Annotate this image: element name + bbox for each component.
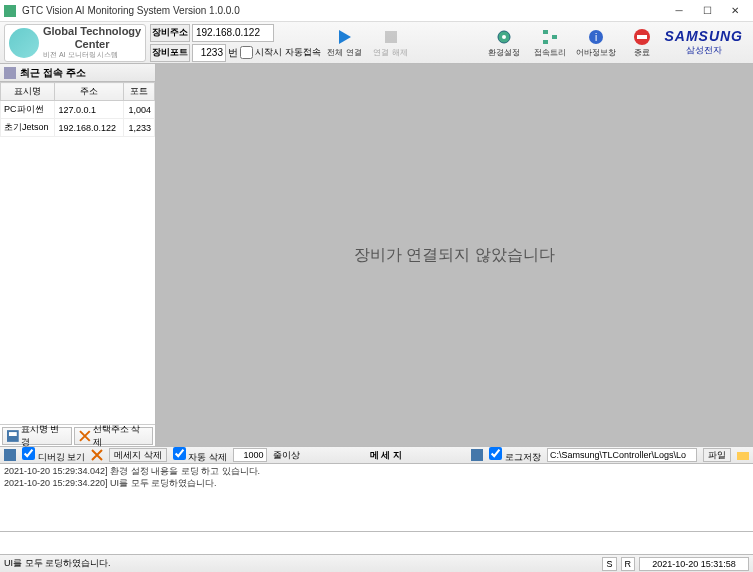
svg-rect-6 bbox=[552, 35, 557, 39]
auto-delete-checkbox[interactable] bbox=[173, 447, 186, 460]
svg-rect-12 bbox=[9, 432, 17, 436]
log-save-checkbox[interactable] bbox=[489, 447, 502, 460]
info-icon: i bbox=[586, 28, 606, 46]
toolbar: Global Technology Center 비전 AI 모니터링 시스템 … bbox=[0, 22, 753, 64]
log-area: 2021-10-20 15:29:34.042] 환경 설정 내용을 로딩 하고… bbox=[0, 464, 753, 532]
log-line: 2021-10-20 15:29:34.042] 환경 설정 내용을 로딩 하고… bbox=[4, 466, 749, 478]
samsung-logo: SAMSUNG 삼성전자 bbox=[664, 28, 743, 57]
debug-view-label[interactable]: 디버깅 보기 bbox=[22, 447, 85, 464]
content-area: 장비가 연결되지 않았습니다 bbox=[156, 64, 753, 446]
recent-table: 표시명 주소 포트 PC파이썬 127.0.0.1 1,004 초기Jetson… bbox=[0, 82, 155, 424]
logo-box: Global Technology Center 비전 AI 모니터링 시스템 bbox=[4, 24, 146, 62]
svg-rect-4 bbox=[543, 30, 548, 34]
svg-rect-13 bbox=[4, 449, 16, 461]
status-datetime: 2021-10-20 15:31:58 bbox=[639, 557, 749, 571]
no-connection-message: 장비가 연결되지 않았습니다 bbox=[354, 245, 555, 266]
auto-connect-label[interactable]: 시작시 자동접속 bbox=[240, 46, 321, 59]
sidebar: 최근 접속 주소 표시명 주소 포트 PC파이썬 127.0.0.1 1,004… bbox=[0, 64, 156, 446]
exit-button[interactable]: 종료 bbox=[620, 24, 664, 62]
delete-addr-button[interactable]: 선택주소 삭제 bbox=[74, 427, 153, 445]
connect-all-button[interactable]: 전체 연결 bbox=[323, 24, 367, 62]
app-icon bbox=[4, 5, 16, 17]
col-name[interactable]: 표시명 bbox=[1, 83, 55, 101]
log-line: 2021-10-20 15:29:34.220] UI를 모두 로딩하였습니다. bbox=[4, 478, 749, 490]
ip-label: 장비주소 bbox=[150, 24, 190, 42]
log-path-input[interactable] bbox=[547, 448, 697, 462]
status-r: R bbox=[621, 557, 636, 571]
log-save-label[interactable]: 로그저장 bbox=[489, 447, 541, 464]
gear-icon bbox=[494, 28, 514, 46]
samsung-kr: 삼성전자 bbox=[664, 44, 743, 57]
folder-icon[interactable] bbox=[737, 449, 749, 461]
settings-button[interactable]: 환경설정 bbox=[482, 24, 526, 62]
ip-input[interactable] bbox=[192, 24, 274, 42]
save-icon bbox=[4, 449, 16, 461]
maximize-button[interactable]: ☐ bbox=[693, 2, 721, 20]
msg-title: 메 세 지 bbox=[306, 449, 466, 462]
tree-icon bbox=[540, 28, 560, 46]
disconnect-button[interactable]: 연결 해제 bbox=[369, 24, 413, 62]
threshold-unit: 줄이상 bbox=[273, 449, 300, 462]
svg-rect-14 bbox=[471, 449, 483, 461]
minimize-button[interactable]: ─ bbox=[665, 2, 693, 20]
list-icon bbox=[4, 67, 16, 79]
info-button[interactable]: i 어바정보창 bbox=[574, 24, 618, 62]
close-button[interactable]: ✕ bbox=[721, 2, 749, 20]
svg-point-3 bbox=[502, 35, 506, 39]
delete-icon bbox=[79, 430, 91, 442]
play-icon bbox=[335, 28, 355, 46]
status-s: S bbox=[602, 557, 616, 571]
svg-text:i: i bbox=[595, 32, 597, 43]
window-title: GTC Vision AI Monitoring System Version … bbox=[22, 5, 665, 16]
svg-marker-0 bbox=[339, 30, 351, 44]
msg-delete-button[interactable]: 메세지 삭제 bbox=[109, 448, 167, 462]
save-icon bbox=[7, 430, 19, 442]
debug-view-checkbox[interactable] bbox=[22, 447, 35, 460]
table-row[interactable]: 초기Jetson 192.168.0.122 1,233 bbox=[1, 119, 155, 137]
message-bar: 디버깅 보기 메세지 삭제 자동 삭제 줄이상 메 세 지 로그저장 파일 bbox=[0, 446, 753, 464]
exit-icon bbox=[632, 28, 652, 46]
statusbar: UI를 모두 로딩하였습니다. S R 2021-10-20 15:31:58 bbox=[0, 554, 753, 572]
file-button[interactable]: 파일 bbox=[703, 448, 731, 462]
samsung-en: SAMSUNG bbox=[664, 28, 743, 44]
titlebar: GTC Vision AI Monitoring System Version … bbox=[0, 0, 753, 22]
port-label: 장비포트 bbox=[150, 44, 190, 62]
threshold-input[interactable] bbox=[233, 448, 267, 462]
svg-rect-5 bbox=[543, 40, 548, 44]
save-icon bbox=[471, 449, 483, 461]
col-port[interactable]: 포트 bbox=[123, 83, 154, 101]
svg-rect-10 bbox=[637, 35, 647, 39]
status-text: UI를 모두 로딩하였습니다. bbox=[4, 557, 111, 570]
tree-button[interactable]: 접속트리 bbox=[528, 24, 572, 62]
auto-delete-label[interactable]: 자동 삭제 bbox=[173, 447, 227, 464]
port-input[interactable] bbox=[192, 44, 226, 62]
svg-rect-15 bbox=[737, 452, 749, 460]
port-unit: 번 bbox=[228, 46, 238, 60]
col-addr[interactable]: 주소 bbox=[55, 83, 123, 101]
delete-icon bbox=[91, 449, 103, 461]
stop-icon bbox=[381, 28, 401, 46]
svg-rect-1 bbox=[385, 31, 397, 43]
logo-icon bbox=[9, 28, 39, 58]
logo-text-1: Global Technology bbox=[43, 25, 141, 37]
logo-text-2: Center bbox=[43, 38, 141, 50]
sidebar-header: 최근 접속 주소 bbox=[0, 64, 155, 82]
logo-sub: 비전 AI 모니터링 시스템 bbox=[43, 50, 141, 60]
rename-button[interactable]: 표시명 변경 bbox=[2, 427, 72, 445]
auto-connect-checkbox[interactable] bbox=[240, 46, 253, 59]
table-row[interactable]: PC파이썬 127.0.0.1 1,004 bbox=[1, 101, 155, 119]
